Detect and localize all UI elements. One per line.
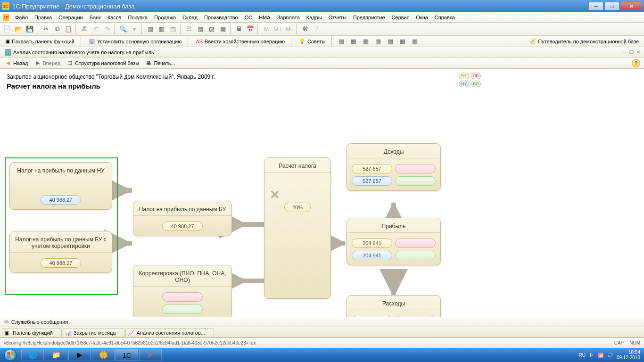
grid-icon-3[interactable]: ▦: [361, 36, 371, 47]
forward-arrow-icon: ▶: [34, 59, 41, 67]
doc-minimize-icon[interactable]: ─: [623, 49, 627, 55]
grid-icon-1[interactable]: ▦: [336, 36, 347, 47]
profit-vr: [395, 251, 436, 260]
tb-f[interactable]: ▨: [206, 24, 217, 34]
card-tax-nu[interactable]: Налог на прибыль по данным НУ 40 988,27: [9, 162, 112, 210]
income-vr: [395, 176, 436, 186]
task-icq[interactable]: 🌼: [92, 349, 115, 361]
tb-e[interactable]: ▦: [195, 24, 206, 34]
tb-a[interactable]: ▦: [145, 24, 156, 34]
guide-button[interactable]: 🧭Путеводитель по демонстрационной базе: [526, 37, 642, 46]
cut-icon[interactable]: ✂: [41, 24, 51, 34]
menu-service[interactable]: Сервис: [389, 14, 413, 21]
save-icon[interactable]: 💾: [25, 24, 35, 34]
card-profit[interactable]: Прибыль 204 941 204 941: [347, 218, 441, 265]
menu-windows[interactable]: Окна: [413, 14, 431, 21]
windows-orb-icon: [4, 349, 17, 361]
context-help-icon[interactable]: ?: [632, 59, 640, 67]
window-title: 1С:Предприятие - Демонстрационная база: [12, 3, 135, 10]
task-ie[interactable]: 🌐: [21, 349, 44, 361]
menu-hr[interactable]: Кадры: [304, 14, 325, 21]
wtab-panel[interactable]: ▣Панель функций: [2, 328, 62, 337]
card-income[interactable]: Доходы 527 657 527 657: [347, 143, 441, 191]
structure-button[interactable]: ⇶Структура налоговой базы: [64, 58, 141, 68]
tray-lang[interactable]: RU: [578, 353, 585, 358]
m-icon[interactable]: M: [261, 24, 272, 34]
tb-g[interactable]: ▩: [218, 24, 228, 34]
menu-salary[interactable]: Зарплата: [274, 14, 303, 21]
menu-os[interactable]: ОС: [242, 14, 256, 21]
card-calc[interactable]: Расчет налога 20%: [264, 157, 331, 299]
grid-icon-6[interactable]: ▦: [397, 36, 408, 47]
tb-c[interactable]: ▤: [168, 24, 178, 34]
card-tax-bu[interactable]: Налог на прибыль по данным БУ 40 988,27: [133, 201, 232, 236]
legend-vr: ВР: [471, 81, 481, 87]
menu-bank[interactable]: Банк: [87, 14, 104, 21]
close-button[interactable]: ✕: [620, 2, 642, 10]
doc-restore-icon[interactable]: ❐: [629, 49, 634, 55]
settings-icon[interactable]: 🛠: [300, 24, 310, 34]
wtab-close-month[interactable]: 📊Закрытие месяца: [63, 328, 125, 337]
grid-icon-5[interactable]: ▦: [385, 36, 396, 47]
mminus-icon[interactable]: M-: [284, 24, 294, 34]
tb-b[interactable]: ▥: [157, 24, 167, 34]
menu-nma[interactable]: НМА: [256, 14, 273, 21]
back-button[interactable]: ◀Назад: [2, 58, 31, 68]
tray-network-icon[interactable]: 📶: [598, 353, 603, 358]
task-explorer[interactable]: 📁: [45, 349, 67, 361]
redo-icon[interactable]: ↷: [102, 24, 112, 34]
tray-vol-icon[interactable]: 🔊: [607, 353, 613, 358]
print-button[interactable]: 🖶Печать...: [142, 58, 177, 68]
search-icon[interactable]: 🔍: [118, 24, 128, 34]
menu-warehouse[interactable]: Склад: [180, 14, 200, 21]
forward-button[interactable]: ▶Вперед: [32, 58, 63, 68]
menu-sale[interactable]: Продажа: [151, 14, 179, 21]
grid-icon-4[interactable]: ▦: [373, 36, 383, 47]
task-1c[interactable]: 1C: [116, 349, 138, 361]
menu-operations[interactable]: Операции: [56, 14, 85, 21]
menu-production[interactable]: Производство: [201, 14, 241, 21]
expense-bu: 322 715: [352, 316, 392, 317]
task-ppt[interactable]: P: [139, 349, 162, 361]
minimize-button[interactable]: ─: [588, 2, 603, 10]
card-correction[interactable]: Корректировка (ПНО, ПНА, ОНА, ОНО): [133, 265, 232, 317]
grid-icon-7[interactable]: ▦: [410, 36, 420, 47]
print-icon[interactable]: 🖶: [79, 24, 90, 34]
menu-enterprise[interactable]: Предприятие: [350, 14, 388, 21]
maximize-button[interactable]: □: [604, 2, 619, 10]
tray-clock[interactable]: 18:54 09.12.2010: [617, 350, 640, 360]
grid-icon-2[interactable]: ▦: [348, 36, 359, 47]
tray-flag-icon[interactable]: 🏳: [589, 353, 594, 358]
back-arrow-icon: ◀: [4, 59, 12, 67]
task-media[interactable]: ▶: [68, 349, 91, 361]
menu-purchase[interactable]: Покупка: [125, 14, 151, 21]
menu-cash[interactable]: Касса: [105, 14, 124, 21]
open-icon[interactable]: 📂: [13, 24, 24, 34]
set-org-button[interactable]: 🏢Установить основную организацию: [85, 37, 185, 46]
calc-icon[interactable]: 🖩: [234, 24, 244, 34]
doc-tab[interactable]: Анализ состояния налогового учета по нал…: [2, 48, 157, 57]
profit-nu: 204 941: [352, 251, 392, 260]
wtab-tax-analysis[interactable]: 📈Анализ состояния налогов...: [125, 328, 214, 337]
service-messages-bar[interactable]: ✉ Служебные сообщения: [0, 317, 644, 327]
tips-button[interactable]: 💡Советы: [296, 37, 329, 46]
undo-icon[interactable]: ↶: [91, 24, 101, 34]
paste-icon[interactable]: 📋: [63, 24, 74, 34]
start-button[interactable]: [0, 348, 21, 362]
enter-op-button[interactable]: ABВвести хозяйственную операцию: [192, 37, 288, 46]
menu-reports[interactable]: Отчеты: [326, 14, 349, 21]
calendar-icon[interactable]: 📅: [245, 24, 256, 34]
mplus-icon[interactable]: M+: [272, 24, 283, 34]
card-expense[interactable]: Расходы 322 715 322 715: [347, 295, 441, 317]
card-tax-bu-corr[interactable]: Налог на прибыль по данным БУ с учетом к…: [9, 231, 112, 273]
show-panel-button[interactable]: ▣Показать панель функций: [2, 37, 78, 46]
help-icon[interactable]: ❔: [311, 24, 322, 34]
new-doc-icon[interactable]: 📄: [2, 24, 12, 34]
dropdown-icon[interactable]: ▾: [129, 24, 140, 34]
tb-d[interactable]: ☰: [184, 24, 194, 34]
doc-close-icon[interactable]: ✕: [636, 49, 640, 55]
copy-icon[interactable]: ⧉: [52, 24, 62, 34]
menu-file[interactable]: Файл: [12, 14, 31, 21]
menu-edit[interactable]: Правка: [32, 14, 55, 21]
menu-help[interactable]: Справка: [432, 14, 458, 21]
